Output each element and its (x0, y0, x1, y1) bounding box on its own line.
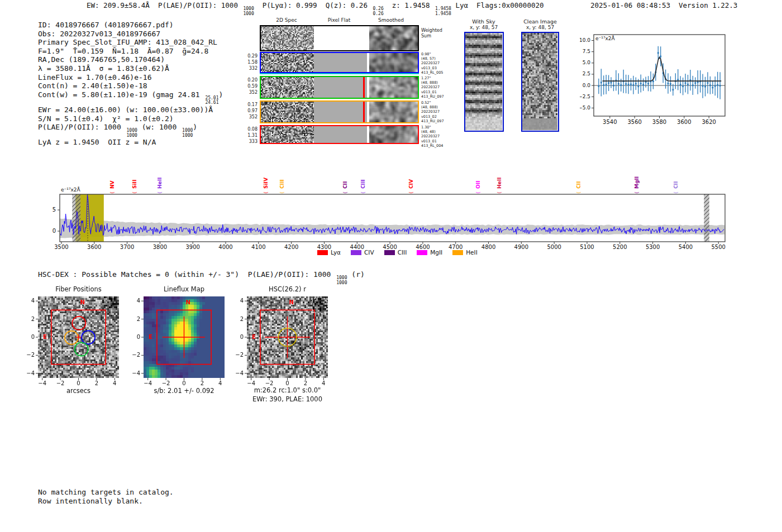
svg-text:CIV: CIV (408, 179, 414, 189)
svg-text:Lineflux Map: Lineflux Map (164, 285, 204, 293)
info-line: P(LAE)/P(OII): 1000 10001000 (w: 1000 10… (38, 123, 223, 138)
strip-left-stats: 0.200.59352 (235, 77, 258, 95)
strip-2dspec-image (261, 102, 314, 122)
info-line: ID: 4018976667 (4018976667.pdf) (38, 21, 223, 30)
svg-text:−2: −2 (26, 352, 35, 358)
svg-text:4: 4 (240, 298, 244, 304)
svg-text:−4: −4 (235, 370, 244, 376)
svg-text:−2: −2 (235, 352, 244, 358)
svg-text:2: 2 (137, 316, 140, 322)
svg-text:s/b: 2.01 +/- 0.092: s/b: 2.01 +/- 0.092 (154, 387, 214, 395)
svg-text:E: E (149, 334, 152, 340)
svg-text:4200: 4200 (284, 244, 298, 250)
svg-text:−4: −4 (38, 380, 46, 386)
svg-text:5400: 5400 (679, 244, 693, 250)
strip-pixelflat-image (314, 53, 367, 72)
info-line: Cont(n) = 2.40(±1.50)e-18 (38, 82, 223, 90)
stacked-fraction: 0.260.26 (373, 7, 383, 16)
svg-text:3580: 3580 (652, 119, 666, 125)
svg-text:3540: 3540 (603, 119, 617, 125)
info-line: S/N = 5.1(±0.4) χ² = 1.0(±0.2) (38, 114, 223, 123)
svg-text:E: E (252, 334, 256, 340)
info-line: Obs: 20220327v013_4018976667 (38, 30, 223, 39)
column-header-pixelflat: Pixel Flat (314, 17, 364, 23)
clean-image-image (522, 33, 557, 130)
svg-text:2: 2 (304, 380, 307, 386)
legend-swatch (417, 250, 427, 255)
svg-text:4: 4 (113, 380, 116, 386)
legend-item: MgII (417, 249, 442, 256)
strip-2dspec-image (261, 53, 314, 72)
svg-text:2.5: 2.5 (583, 71, 590, 76)
svg-text:(: ( (635, 191, 640, 193)
svg-text:−5.0: −5.0 (580, 105, 590, 111)
svg-text:7.5: 7.5 (583, 49, 590, 54)
strip-left-stats: 0.291.58332 (235, 53, 258, 71)
svg-text:CII: CII (342, 181, 348, 189)
legend-item: CIV (351, 249, 374, 256)
svg-text:N: N (289, 299, 294, 305)
svg-text:(: ( (497, 191, 502, 193)
svg-text:arcsecs: arcsecs (66, 387, 90, 395)
with-sky-title: With Sky (461, 18, 506, 25)
stacked-fraction: 10001000 (243, 7, 254, 16)
strip-pixelflat-image (314, 126, 367, 143)
strip-right-annotation: WeightedSum (421, 28, 456, 39)
svg-text:(: ( (280, 191, 285, 193)
svg-text:3600: 3600 (677, 119, 691, 125)
spec2d-strip-row (260, 125, 419, 144)
svg-text:(: ( (264, 191, 269, 193)
svg-text:3560: 3560 (627, 119, 641, 125)
svg-text:−2: −2 (265, 380, 274, 386)
strip-left-stats: 0.081.31333 (235, 126, 258, 145)
svg-text:(: ( (110, 191, 115, 193)
legend-label: CIII (398, 249, 407, 256)
legend-label: Lyα (331, 249, 341, 256)
svg-text:4000: 4000 (218, 244, 232, 250)
strip-right-annotation: 0.98"(48, 57)20220327v013_03413_RL_005 (421, 52, 456, 75)
svg-text:−2: −2 (56, 380, 65, 386)
svg-text:−2.5: −2.5 (580, 94, 590, 99)
svg-text:N: N (80, 299, 85, 305)
header-date-version: 2025-01-06 08:48:53 Version 1.22.3 (590, 1, 737, 9)
strip-smoothed-image (369, 53, 418, 72)
legend-swatch (317, 250, 328, 255)
svg-text:(: ( (361, 191, 366, 193)
legend-swatch (351, 250, 361, 255)
svg-text:(: ( (158, 191, 163, 193)
svg-text:3900: 3900 (185, 244, 199, 250)
svg-text:5000: 5000 (547, 244, 561, 250)
strip-pixelflat-image (314, 102, 367, 122)
legend-item: Lyα (317, 249, 341, 256)
spectrum-legend: LyαCIVCIIIMgIIHeII (317, 249, 478, 256)
svg-text:4: 4 (137, 298, 140, 304)
svg-text:N: N (186, 299, 190, 305)
svg-text:0: 0 (285, 380, 289, 386)
strip-right-annotation: 1.27"(48, 888)20220327v013_01413_RU_097 (421, 76, 456, 99)
svg-text:e⁻¹⁷x2Å: e⁻¹⁷x2Å (61, 186, 81, 193)
svg-text:E: E (43, 334, 47, 340)
svg-text:(: ( (343, 191, 348, 193)
svg-text:−4: −4 (144, 380, 152, 386)
strip-2dspec-image (261, 77, 314, 98)
svg-text:4: 4 (322, 380, 325, 386)
svg-text:0: 0 (240, 334, 244, 340)
svg-text:0: 0 (137, 334, 140, 340)
svg-text:m:26.2 rc:1.0" s:0.0": m:26.2 rc:1.0" s:0.0" (254, 386, 321, 394)
strip-2dspec-image (261, 26, 314, 50)
svg-text:HeII: HeII (497, 178, 502, 189)
info-line: RA,Dec (189.746765,50.170464) (38, 55, 223, 64)
strip-smoothed-image (369, 77, 418, 98)
svg-text:(: ( (476, 191, 481, 193)
column-header-smoothed: Smoothed (366, 17, 416, 23)
strip-right-annotation: 1.30"(48, 48)20220327v013_01413_RL_004 (421, 125, 456, 148)
info-line: Cont(w) = 5.80(±1.10)e-19 (gmag 24.81 25… (38, 90, 223, 106)
spec2d-strip-row (260, 100, 419, 123)
lineflux-map-panel: Lineflux Map−4−4−2−2002244NEs/b: 2.01 +/… (127, 284, 239, 409)
legend-label: HeII (466, 249, 478, 256)
svg-text:−2: −2 (162, 380, 170, 386)
svg-text:2: 2 (240, 316, 244, 322)
spec2d-strip-row (260, 76, 419, 99)
svg-text:5500: 5500 (712, 244, 726, 250)
svg-text:5: 5 (53, 207, 56, 213)
